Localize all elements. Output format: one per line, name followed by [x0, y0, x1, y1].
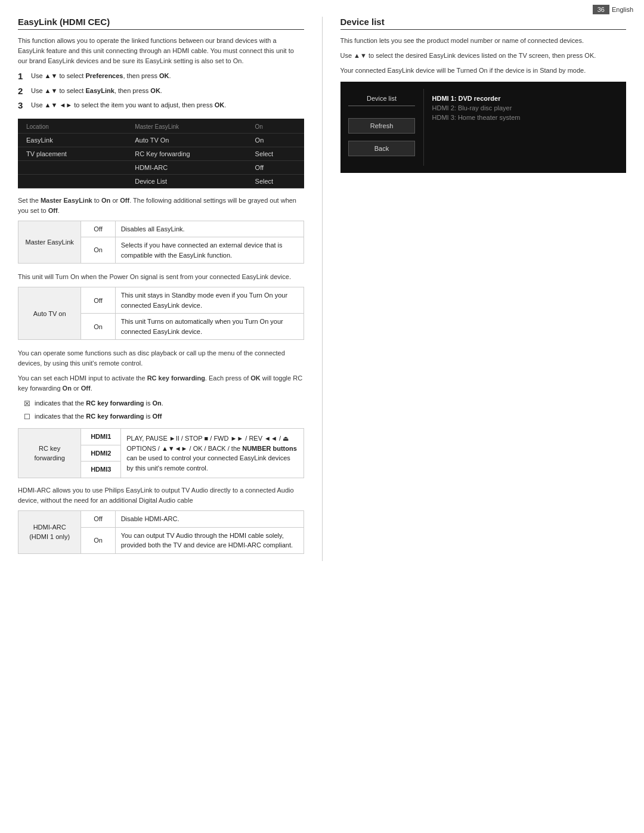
hdmi2-label: HDMI2 — [81, 445, 121, 462]
device-panel-left: Device list Refresh Back — [340, 89, 424, 166]
device-list-panel-label: Device list — [348, 95, 414, 106]
step-3: 3 Use ▲▼ ◄► to select the item you want … — [18, 100, 304, 113]
master-off-row: Master EasyLink Off Disables all EasyLin… — [18, 221, 304, 237]
auto-on-state: On — [81, 314, 115, 340]
device-list-items: HDMI 1: DVD recorder HDMI 2: Blu-ray dis… — [424, 89, 627, 166]
rc-table: RC key forwarding HDMI1 PLAY, PAUSE ►II … — [18, 428, 304, 478]
rc-hdmi1-row: RC key forwarding HDMI1 PLAY, PAUSE ►II … — [18, 429, 304, 445]
step-1: 1 Use ▲▼ to select Preferences, then pre… — [18, 71, 304, 83]
master-label: Master EasyLink — [18, 221, 81, 264]
menu-row-easylink: EasyLink Auto TV On On — [18, 133, 304, 147]
arc-on-desc: You can output TV Audio through the HDMI… — [115, 527, 304, 553]
master-on-desc: Selects if you have connected an externa… — [115, 237, 304, 264]
arc-label: HDMI-ARC(HDMI 1 only) — [18, 511, 81, 554]
master-off-desc: Disables all EasyLink. — [115, 221, 304, 237]
steps-list: 1 Use ▲▼ to select Preferences, then pre… — [18, 71, 304, 113]
device-item-1: HDMI 1: DVD recorder — [432, 95, 618, 102]
rc-desc: PLAY, PAUSE ►II / STOP ■ / FWD ►► / REV … — [121, 429, 304, 478]
rc-bullet-off: ☐ indicates that the RC key forwarding i… — [24, 411, 304, 422]
menu-col2-header: Master EasyLink — [126, 119, 246, 134]
master-off-state: Off — [81, 221, 115, 237]
left-section-heading: EasyLink (HDMI CEC) — [18, 17, 304, 30]
menu-col1-header: Location — [18, 119, 126, 134]
checkbox-unchecked-icon: ☐ — [24, 411, 35, 422]
rc-label: RC key forwarding — [18, 429, 81, 478]
page-header: 36 English — [0, 0, 644, 17]
rc-intro1: You can operate some functions such as d… — [18, 348, 304, 368]
hdmi-arc-intro: HDMI-ARC allows you to use Philips EasyL… — [18, 485, 304, 506]
menu-row-devicelist: Device List Select — [18, 174, 304, 188]
right-column: Device list This function lets you see t… — [322, 17, 627, 561]
auto-off-state: Off — [81, 287, 115, 314]
master-on-state: On — [81, 237, 115, 264]
back-button[interactable]: Back — [348, 141, 414, 156]
arc-off-state: Off — [81, 511, 115, 528]
page-number: 36 — [593, 5, 609, 14]
menu-row-hdmiarc: HDMI-ARC Off — [18, 160, 304, 174]
auto-tv-label: Auto TV on — [18, 287, 81, 340]
device-item-3: HDMI 3: Home theater system — [432, 114, 618, 121]
two-col-layout: EasyLink (HDMI CEC) This function allows… — [0, 17, 644, 561]
device-panel-inner: Device list Refresh Back HDMI 1: DVD rec… — [340, 89, 627, 166]
page-container: 36 English EasyLink (HDMI CEC) This func… — [0, 0, 644, 833]
hdmi1-label: HDMI1 — [81, 429, 121, 445]
device-item-2: HDMI 2: Blu-ray disc player — [432, 104, 618, 112]
right-intro3: Your connected EasyLink device will be T… — [340, 66, 627, 76]
right-section-heading: Device list — [340, 17, 627, 30]
arc-off-row: HDMI-ARC(HDMI 1 only) Off Disable HDMI-A… — [18, 511, 304, 528]
master-easylink-intro: Set the Master EasyLink to On or Off. Th… — [18, 196, 304, 216]
easylink-menu: Location Master EasyLink On EasyLink Aut… — [18, 119, 304, 188]
auto-tv-intro: This unit will Turn On when the Power On… — [18, 272, 304, 282]
auto-off-row: Auto TV on Off This unit stays in Standb… — [18, 287, 304, 314]
hdmi3-label: HDMI3 — [81, 462, 121, 478]
rc-bullet-on: ☒ indicates that the RC key forwarding i… — [24, 398, 304, 409]
left-column: EasyLink (HDMI CEC) This function allows… — [18, 17, 322, 561]
checkbox-checked-icon: ☒ — [24, 398, 35, 409]
hdmi-arc-table: HDMI-ARC(HDMI 1 only) Off Disable HDMI-A… — [18, 510, 304, 554]
menu-header-row: Location Master EasyLink On — [18, 119, 304, 134]
right-intro1: This function lets you see the product m… — [340, 36, 627, 46]
rc-intro2: You can set each HDMI input to activate … — [18, 373, 304, 394]
right-intro2: Use ▲▼ to select the desired EasyLink de… — [340, 51, 627, 61]
left-intro: This function allows you to operate the … — [18, 36, 304, 66]
menu-col3-header: On — [247, 119, 304, 134]
auto-tv-table: Auto TV on Off This unit stays in Standb… — [18, 287, 304, 340]
arc-off-desc: Disable HDMI-ARC. — [115, 511, 304, 528]
rc-bullets: ☒ indicates that the RC key forwarding i… — [24, 398, 304, 422]
auto-on-desc: This unit Turns on automatically when yo… — [115, 314, 304, 340]
auto-off-desc: This unit stays in Standby mode even if … — [115, 287, 304, 314]
master-easylink-table: Master EasyLink Off Disables all EasyLin… — [18, 221, 304, 264]
arc-on-state: On — [81, 527, 115, 553]
step-2: 2 Use ▲▼ to select EasyLink, then press … — [18, 86, 304, 98]
page-language: English — [612, 6, 633, 13]
refresh-button[interactable]: Refresh — [348, 118, 414, 134]
menu-row-tvplacement: TV placement RC Key forwarding Select — [18, 147, 304, 160]
device-panel: Device list Refresh Back HDMI 1: DVD rec… — [340, 82, 627, 173]
